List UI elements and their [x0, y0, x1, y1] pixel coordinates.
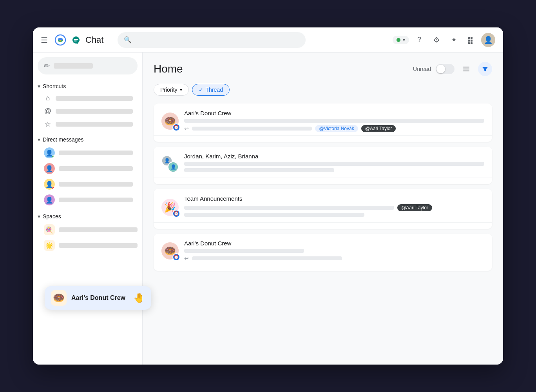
- mention-chip-aari-2: @Aari Taylor: [397, 204, 432, 211]
- thread-content-2: Jordan, Karim, Aziz, Brianna: [184, 153, 484, 174]
- filter-button[interactable]: [478, 62, 492, 76]
- main-content: ✏ ▾ Shortcuts ⌂ @ ☆ ▾: [33, 53, 503, 365]
- thread-header-1: 🍩 ⏰ Aari's Donut Crew ↩ @Victoria Novák …: [161, 110, 484, 132]
- help-button[interactable]: ?: [412, 33, 426, 47]
- top-bar-right: ▾ ? ⚙ ✦ 👤: [393, 33, 495, 47]
- star-icon: ☆: [44, 120, 52, 129]
- thread-content-1: Aari's Donut Crew ↩ @Victoria Novák @Aar…: [184, 110, 484, 132]
- thread-header-2: 👤 👤 Jordan, Karim, Aziz, Brianna: [161, 153, 484, 174]
- content-bar-2a: [184, 162, 484, 166]
- grid-icon: [467, 36, 475, 44]
- svg-point-5: [77, 39, 78, 40]
- svg-rect-11: [471, 42, 473, 44]
- clock-badge-3: ⏰: [172, 210, 180, 218]
- thread-card-2[interactable]: 👤 👤 Jordan, Karim, Aziz, Brianna: [154, 147, 492, 184]
- svg-rect-13: [463, 69, 469, 69]
- unread-toggle[interactable]: [436, 64, 455, 74]
- thread-name-4: Aari's Donut Crew: [184, 240, 484, 247]
- thread-avatar-3: 🎉 ⏰: [161, 199, 179, 216]
- svg-rect-10: [468, 42, 470, 44]
- floating-tooltip[interactable]: 🍩 Aari's Donut Crew 🤚: [45, 286, 151, 310]
- settings-button[interactable]: ⚙: [429, 33, 444, 47]
- thread-card-3[interactable]: 🎉 ⏰ Team Announcements @Aari Taylor: [154, 189, 492, 229]
- mention-chip-aari: @Aari Taylor: [361, 125, 396, 132]
- spaces-section-header[interactable]: ▾ Spaces: [33, 211, 142, 222]
- tab-priority[interactable]: Priority ▾: [154, 84, 189, 96]
- chevron-down-icon: ▾: [403, 37, 405, 43]
- dm-chevron-icon: ▾: [38, 136, 40, 143]
- content-bar-3a: [184, 206, 394, 210]
- shortcuts-chevron-icon: ▾: [38, 83, 40, 89]
- tab-thread[interactable]: ✓ Thread: [192, 84, 230, 96]
- sidebar: ✏ ▾ Shortcuts ⌂ @ ☆ ▾: [33, 53, 143, 365]
- spaces-section-label: Spaces: [43, 213, 61, 220]
- mention-row-1: ↩ @Victoria Novák @Aari Taylor: [184, 125, 484, 132]
- notification-badge-3: [52, 187, 55, 190]
- dm-label-bar-1: [59, 151, 133, 155]
- dm-avatar-3: 👤: [44, 179, 55, 190]
- dm-label-bar-2: [59, 166, 133, 171]
- top-bar: ☰ Chat �: [33, 27, 503, 53]
- at-icon: @: [44, 107, 52, 115]
- dm-section-label: Direct messages: [43, 136, 83, 143]
- search-bar[interactable]: 🔍: [118, 32, 306, 48]
- home-title: Home: [154, 63, 183, 75]
- dm-label-bar-4: [59, 198, 133, 202]
- dm-label-bar-3: [59, 182, 133, 187]
- svg-rect-14: [463, 71, 469, 71]
- shortcuts-section-header[interactable]: ▾ Shortcuts: [33, 81, 142, 92]
- sparkle-button[interactable]: ✦: [447, 33, 461, 47]
- content-bar-1b: [192, 127, 312, 131]
- user-avatar[interactable]: 👤: [481, 33, 495, 47]
- thread-avatar-1: 🍩 ⏰: [161, 113, 179, 130]
- apps-button[interactable]: [464, 33, 478, 47]
- status-dot: [397, 38, 400, 42]
- thread-divider-1: [154, 135, 492, 136]
- dm-item-1[interactable]: 👤: [33, 145, 138, 161]
- thread-tab-label: Thread: [206, 87, 223, 93]
- thread-header-4: 🍩 ⏰ Aari's Donut Crew ↩: [161, 240, 484, 261]
- dm-item-2[interactable]: 👤: [33, 161, 138, 176]
- sidebar-item-starred[interactable]: ☆: [33, 118, 138, 131]
- list-view-button[interactable]: [459, 62, 473, 76]
- thread-name-2: Jordan, Karim, Aziz, Brianna: [184, 153, 484, 160]
- compose-placeholder: [54, 63, 93, 69]
- thread-content-4: Aari's Donut Crew ↩: [184, 240, 484, 261]
- home-panel: Home Unread: [143, 53, 503, 365]
- content-bar-4b: [192, 256, 342, 260]
- filter-icon: [482, 65, 489, 73]
- svg-point-3: [74, 39, 75, 40]
- content-bar-3b: [184, 213, 364, 217]
- sidebar-item-mentions[interactable]: @: [33, 105, 138, 118]
- space-item-2[interactable]: 🌟: [33, 238, 142, 253]
- thread-divider-3: [154, 222, 492, 223]
- nav-label-bar: [56, 96, 133, 101]
- thread-card-1[interactable]: 🍩 ⏰ Aari's Donut Crew ↩ @Victoria Novák …: [154, 103, 492, 142]
- app-title-label: Chat: [85, 35, 103, 45]
- spaces-chevron-icon: ▾: [38, 213, 40, 220]
- dm-avatar-1: 👤: [44, 147, 55, 158]
- mention-row-3a: @Aari Taylor: [184, 204, 484, 211]
- tooltip-emoji: 🍩: [53, 292, 65, 303]
- filter-tabs: Priority ▾ ✓ Thread: [154, 84, 492, 96]
- unread-toggle-knob: [436, 65, 445, 73]
- dm-item-3[interactable]: 👤: [33, 176, 138, 192]
- svg-rect-9: [471, 40, 473, 42]
- reply-icon-1: ↩: [184, 125, 189, 132]
- svg-rect-8: [468, 40, 470, 42]
- sidebar-item-home[interactable]: ⌂: [33, 92, 138, 105]
- thread-name-1: Aari's Donut Crew: [184, 110, 484, 116]
- hamburger-icon[interactable]: ☰: [41, 35, 48, 45]
- status-pill[interactable]: ▾: [393, 36, 409, 44]
- thread-card-4[interactable]: 🍩 ⏰ Aari's Donut Crew ↩: [154, 234, 492, 271]
- space-item-1[interactable]: 🍭: [33, 222, 142, 238]
- svg-rect-12: [463, 67, 469, 67]
- dm-avatar-4: 👤: [44, 194, 55, 205]
- priority-tab-label: Priority: [160, 87, 177, 93]
- compose-icon: ✏: [44, 62, 50, 70]
- thread-avatar-4: 🍩 ⏰: [161, 242, 179, 260]
- dm-item-4[interactable]: 👤: [33, 192, 138, 208]
- dm-section-header[interactable]: ▾ Direct messages: [33, 134, 142, 145]
- compose-button[interactable]: ✏: [38, 57, 138, 74]
- browser-window: ☰ Chat �: [33, 27, 503, 365]
